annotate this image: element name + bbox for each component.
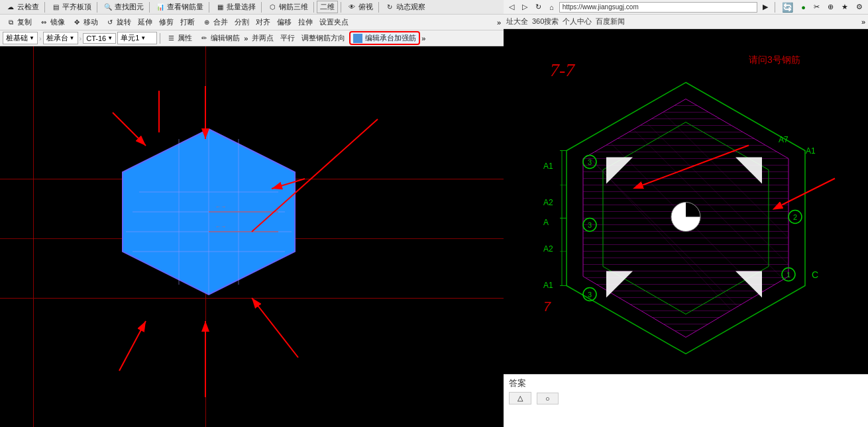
svg-text:A2: A2 xyxy=(543,198,553,207)
move-btn[interactable]: ✥ 移动 xyxy=(69,17,101,28)
hexagon-shape: ←→ ←→ xyxy=(113,126,305,298)
offset-btn[interactable]: 偏移 xyxy=(274,17,294,28)
left-canvas[interactable]: ←→ ←→ xyxy=(0,46,504,427)
svg-text:A1: A1 xyxy=(543,162,553,171)
setgrippoints-btn[interactable]: 设置夹点 xyxy=(317,17,351,28)
chevron-down-icon: ▼ xyxy=(29,35,34,41)
topview-btn[interactable]: 👁 俯视 xyxy=(344,1,376,13)
expand-row3b[interactable]: » xyxy=(421,34,425,42)
merge-icon: ⊕ xyxy=(201,17,212,28)
adjust-direction-btn[interactable]: 调整钢筋方向 xyxy=(299,32,348,44)
bookmark-home[interactable]: 址大全 xyxy=(506,17,528,26)
toolbar-row1: ☁ 云检查 ▤ 平齐板顶 🔍 查找图元 📊 查看钢筋量 ▦ 批量选择 ⬡ 钢筋三… xyxy=(0,0,504,15)
sep2 xyxy=(97,2,97,13)
2d-btn[interactable]: 二维 xyxy=(317,1,338,13)
search-btn[interactable]: 🔍 查找图元 xyxy=(100,1,146,13)
rebar3d-btn[interactable]: ⬡ 钢筋三维 xyxy=(264,1,311,13)
address-bar[interactable]: https://www.jiangsugj.com xyxy=(559,2,758,13)
batch-select-btn[interactable]: ▦ 批量选择 xyxy=(212,1,258,13)
answer-panel: 答案 △ ○ xyxy=(504,374,868,427)
edit-rebar-btn[interactable]: ✏ 编辑钢筋 xyxy=(196,32,243,44)
view-rebar-btn[interactable]: 📊 查看钢筋量 xyxy=(152,1,206,13)
stretch-btn[interactable]: 拉伸 xyxy=(296,17,315,28)
pingqibanding-btn[interactable]: ▤ 平齐板顶 xyxy=(48,1,94,13)
svg-text:A: A xyxy=(543,218,549,227)
rotate-btn[interactable]: ↺ 旋转 xyxy=(102,17,134,28)
svg-text:7-7: 7-7 xyxy=(550,60,575,80)
rt-icon3[interactable]: ✂ xyxy=(811,2,822,12)
back-btn[interactable]: ◁ xyxy=(506,2,517,12)
toolbar-row2: ⧉ 复制 ⇔ 镜像 ✥ 移动 ↺ 旋转 延伸 修剪 打断 ⊕ 合并 分割 xyxy=(0,15,504,30)
chevron-down-icon2: ▼ xyxy=(70,35,75,41)
svg-text:A2: A2 xyxy=(543,244,553,254)
view-icon: 👁 xyxy=(347,2,357,13)
copy-btn[interactable]: ⧉ 复制 xyxy=(3,17,34,28)
right-panel: ◁ ▷ ↻ ⌂ https://www.jiangsugj.com ▶ 🔄 ● … xyxy=(504,0,868,427)
rt-icon4[interactable]: ⊕ xyxy=(825,2,836,12)
home-btn[interactable]: ⌂ xyxy=(547,3,557,12)
sep3 xyxy=(149,2,150,13)
svg-text:←→: ←→ xyxy=(215,204,226,210)
forward-btn[interactable]: ▷ xyxy=(519,2,530,12)
rt-icon1[interactable]: 🔄 xyxy=(779,1,796,13)
refresh-btn[interactable]: ↻ xyxy=(533,2,544,12)
trim-btn[interactable]: 修剪 xyxy=(156,17,176,28)
copy-icon: ⧉ xyxy=(5,17,16,28)
align-btn[interactable]: 对齐 xyxy=(253,17,273,28)
property-icon: ☰ xyxy=(166,33,176,44)
cad-drawing-view[interactable]: 7-7 请问3号钢筋 xyxy=(504,29,868,374)
bookmark-personal[interactable]: 个人中心 xyxy=(563,17,592,26)
yuncheck-btn[interactable]: ☁ 云检查 xyxy=(3,1,42,13)
ct-type-dropdown[interactable]: CT-16 ▼ xyxy=(83,33,116,44)
svg-text:请问3号钢筋: 请问3号钢筋 xyxy=(749,54,800,65)
bearing-reinforce-icon xyxy=(353,34,362,43)
rt-icon6[interactable]: ⚙ xyxy=(853,2,865,12)
bearing-type-dropdown[interactable]: 桩承台 ▼ xyxy=(43,32,78,44)
batch-icon: ▦ xyxy=(215,2,225,13)
bookmark-news[interactable]: 百度新闻 xyxy=(596,17,625,26)
mirror-btn[interactable]: ⇔ 镜像 xyxy=(36,17,68,28)
go-btn[interactable]: ▶ xyxy=(760,2,771,12)
bookmarks-bar: 址大全 360搜索 个人中心 百度新闻 » xyxy=(504,15,868,29)
extend-btn[interactable]: 延伸 xyxy=(135,17,155,28)
move-icon: ✥ xyxy=(72,17,82,28)
align-icon: ▤ xyxy=(50,2,61,13)
svg-text:3: 3 xyxy=(588,158,592,166)
break-btn[interactable]: 打断 xyxy=(178,17,197,28)
property-btn[interactable]: ☰ 属性 xyxy=(163,32,195,44)
merge-points-btn[interactable]: 并两点 xyxy=(249,32,276,44)
bookmark-360[interactable]: 360搜索 xyxy=(532,17,559,26)
arrow-separator2: › xyxy=(80,34,82,42)
answer-label: 答案 xyxy=(509,377,863,389)
rt-icon2[interactable]: ● xyxy=(798,3,808,12)
svg-text:7: 7 xyxy=(543,299,551,314)
split-btn[interactable]: 分割 xyxy=(232,17,252,28)
svg-rect-21 xyxy=(504,46,868,357)
parallel-btn[interactable]: 平行 xyxy=(278,32,298,44)
sep4 xyxy=(209,2,209,13)
3d-icon: ⬡ xyxy=(267,2,278,13)
browser-toolbar: ◁ ▷ ↻ ⌂ https://www.jiangsugj.com ▶ 🔄 ● … xyxy=(504,0,868,15)
search-icon: 🔍 xyxy=(103,2,113,13)
unit-dropdown[interactable]: 单元1 ▼ xyxy=(117,32,157,44)
svg-text:3: 3 xyxy=(588,221,592,229)
h-crossline-2 xyxy=(0,298,504,299)
rotate-icon: ↺ xyxy=(105,17,115,28)
svg-line-18 xyxy=(119,321,146,371)
answer-btn1[interactable]: △ xyxy=(509,392,531,404)
svg-text:2: 2 xyxy=(793,213,797,221)
merge-btn[interactable]: ⊕ 合并 xyxy=(199,17,231,28)
edit-icon: ✏ xyxy=(199,33,209,44)
edit-bearing-reinforce-btn[interactable]: 编辑承台加强筋 xyxy=(349,31,420,45)
answer-btn2[interactable]: ○ xyxy=(537,393,559,404)
chevron-down-icon4: ▼ xyxy=(140,35,146,41)
mirror-icon: ⇔ xyxy=(38,17,49,28)
foundation-type-dropdown[interactable]: 桩基础 ▼ xyxy=(3,32,38,44)
bookmarks-expand[interactable]: » xyxy=(861,18,865,26)
rt-icon5[interactable]: ★ xyxy=(839,2,851,12)
dynamic-view-btn[interactable]: ↻ 动态观察 xyxy=(382,1,428,13)
expand-row3[interactable]: » xyxy=(244,34,248,42)
svg-text:A7: A7 xyxy=(779,135,788,144)
v-crossline-2 xyxy=(33,46,34,427)
expand-btn[interactable]: » xyxy=(497,19,501,26)
